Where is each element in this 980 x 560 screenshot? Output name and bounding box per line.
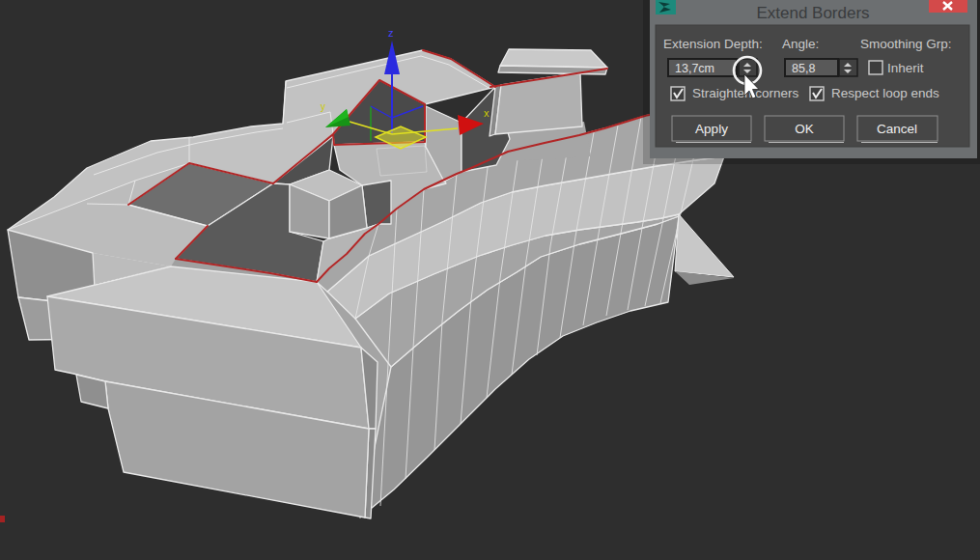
svg-text:Respect loop ends: Respect loop ends: [831, 86, 939, 100]
svg-text:Extend Borders: Extend Borders: [756, 4, 869, 22]
svg-text:z: z: [388, 27, 394, 39]
svg-text:x: x: [484, 107, 490, 119]
svg-text:Cancel: Cancel: [877, 122, 917, 136]
svg-text:13,7cm: 13,7cm: [675, 62, 714, 75]
svg-text:85,8: 85,8: [792, 62, 815, 75]
svg-text:Extension Depth:: Extension Depth:: [663, 37, 763, 51]
svg-text:Inherit: Inherit: [887, 61, 924, 75]
svg-text:Smoothing Grp:: Smoothing Grp:: [860, 37, 952, 51]
svg-text:Apply: Apply: [695, 122, 728, 136]
svg-text:Angle:: Angle:: [782, 37, 819, 51]
svg-text:OK: OK: [795, 122, 814, 136]
svg-text:y: y: [321, 101, 325, 112]
